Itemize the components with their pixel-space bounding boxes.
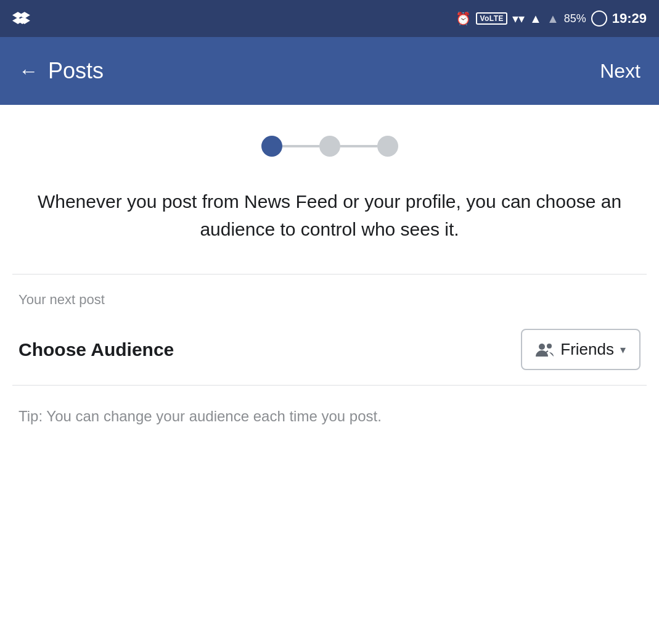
description-text: Whenever you post from News Feed or your… bbox=[0, 181, 659, 274]
tip-text: Tip: You can change your audience each t… bbox=[0, 386, 659, 447]
svg-point-0 bbox=[539, 344, 545, 350]
section-label: Your next post bbox=[0, 275, 659, 314]
progress-dot-3 bbox=[377, 136, 398, 157]
back-button[interactable]: ← bbox=[18, 60, 38, 83]
friends-icon bbox=[536, 342, 554, 358]
dot-connector-1 bbox=[282, 145, 319, 147]
dot-wrapper-2 bbox=[319, 136, 340, 157]
nav-left: ← Posts bbox=[18, 58, 104, 84]
audience-row: Choose Audience Friends ▾ bbox=[0, 314, 659, 385]
audience-value: Friends bbox=[560, 340, 614, 359]
progress-dot-2 bbox=[319, 136, 340, 157]
choose-audience-label: Choose Audience bbox=[18, 339, 174, 360]
battery-icon bbox=[591, 10, 607, 27]
dropbox-icon bbox=[12, 7, 35, 30]
main-content: Whenever you post from News Feed or your… bbox=[0, 105, 659, 644]
signal-outline-icon: ▲ bbox=[547, 12, 559, 26]
signal-filled-icon: ▲ bbox=[530, 12, 542, 26]
volte-badge: VoLTE bbox=[476, 12, 507, 25]
nav-bar: ← Posts Next bbox=[0, 37, 659, 105]
status-bar-left bbox=[12, 7, 35, 30]
dot-connector-2 bbox=[340, 145, 377, 147]
progress-dot-1 bbox=[261, 136, 282, 157]
audience-selector-button[interactable]: Friends ▾ bbox=[521, 329, 641, 370]
wifi-icon: ▾▾ bbox=[512, 11, 525, 26]
status-bar-right: ⏰ VoLTE ▾▾ ▲ ▲ 85% 19:29 bbox=[456, 10, 647, 27]
chevron-down-icon: ▾ bbox=[620, 343, 626, 357]
status-bar: ⏰ VoLTE ▾▾ ▲ ▲ 85% 19:29 bbox=[0, 0, 659, 37]
page-title: Posts bbox=[48, 58, 104, 84]
dot-wrapper-3 bbox=[377, 136, 398, 157]
status-time: 19:29 bbox=[612, 10, 647, 27]
battery-label: 85% bbox=[564, 12, 586, 25]
next-button[interactable]: Next bbox=[600, 60, 641, 83]
svg-point-1 bbox=[547, 344, 552, 349]
clock-icon: ⏰ bbox=[456, 11, 471, 26]
progress-dots bbox=[0, 105, 659, 181]
dot-wrapper-1 bbox=[261, 136, 282, 157]
